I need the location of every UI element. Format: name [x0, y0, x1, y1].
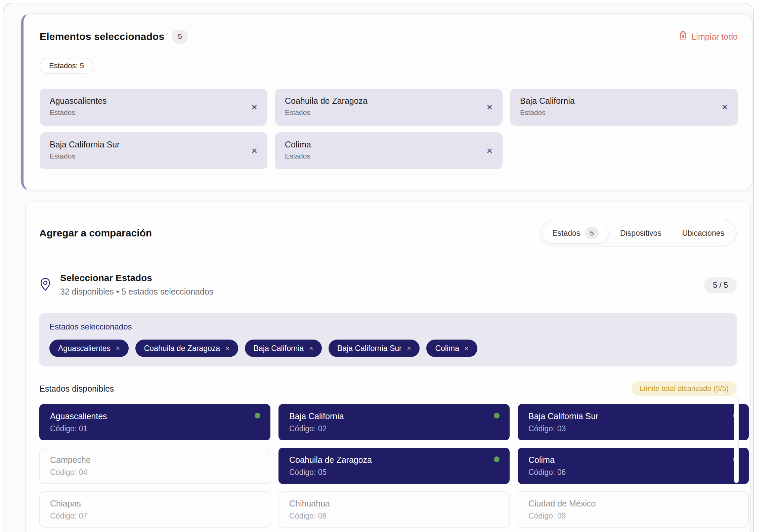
selected-indicator-dot [494, 413, 500, 418]
tab-label: Dispositivos [620, 229, 661, 238]
selected-item-type: Estados [50, 108, 241, 117]
remove-state-icon[interactable]: × [465, 345, 469, 352]
available-states-label: Estados disponibles [39, 384, 114, 394]
selected-state-chip[interactable]: Baja California × [245, 340, 322, 357]
selected-item-name: Aguascalientes [50, 96, 241, 106]
tab-label: Estados [552, 229, 580, 238]
selected-state-chip-label: Colima [435, 344, 459, 353]
selected-states-chips: Aguascalientes × Coahuila de Zaragoza × … [49, 340, 727, 357]
selector-subtitle: 32 disponibles • 5 estados seleccionados [60, 287, 213, 297]
available-states-header: Estados disponibles Límite total alcanza… [39, 381, 737, 396]
remove-state-icon[interactable]: × [309, 345, 313, 352]
selected-elements-panel: Elementos seleccionados 5 Limpiar todo E… [21, 13, 752, 190]
state-card[interactable]: Ciudad de México Código: 09 [518, 491, 749, 528]
tab-count-badge: 5 [585, 227, 599, 239]
tab-ubicaciones[interactable]: Ubicaciones [673, 225, 734, 242]
page-title: Elementos seleccionados [40, 31, 164, 42]
state-card-code: Código: 08 [289, 512, 489, 521]
state-card-code: Código: 02 [289, 424, 489, 433]
state-card-name: Colima [528, 455, 728, 465]
state-card[interactable]: Colima Código: 06 [518, 448, 749, 484]
remove-state-icon[interactable]: × [225, 345, 229, 352]
selected-item-chip: Coahuila de Zaragoza Estados × [275, 89, 503, 126]
clear-all-button[interactable]: Limpiar todo [679, 31, 738, 42]
selected-item-name: Coahuila de Zaragoza [285, 96, 476, 106]
selected-state-chip-label: Baja California Sur [337, 344, 402, 353]
state-card-name: Baja California Sur [528, 411, 728, 421]
states-grid-scrollbar[interactable] [734, 396, 739, 483]
limit-reached-badge: Límite total alcanzado (5/5) [632, 381, 737, 396]
selected-state-chip-label: Baja California [254, 344, 304, 353]
state-card-name: Ciudad de México [528, 499, 728, 508]
selected-panel-header: Elementos seleccionados 5 Limpiar todo [40, 30, 738, 44]
selected-item-type: Estados [50, 152, 241, 160]
selected-states-label: Estados seleccionados [49, 322, 727, 331]
state-card[interactable]: Chihuahua Código: 08 [278, 491, 510, 528]
state-card-name: Baja California [289, 411, 489, 421]
selection-counter-badge: 5 / 5 [704, 277, 737, 293]
group-filter-chip: Estados: 5 [40, 58, 93, 74]
remove-item-button[interactable]: × [251, 146, 257, 156]
state-card-code: Código: 03 [528, 424, 728, 433]
state-card-code: Código: 05 [289, 468, 489, 477]
state-card-code: Código: 09 [528, 512, 728, 521]
available-states-grid: Aguascalientes Código: 01 Baja Californi… [39, 404, 749, 532]
selector-row: Seleccionar Estados 32 disponibles • 5 e… [39, 273, 737, 297]
clear-all-label: Limpiar todo [691, 32, 738, 42]
state-card[interactable]: Chiapas Código: 07 [39, 491, 270, 528]
state-card[interactable]: Coahuila de Zaragoza Código: 05 [278, 448, 510, 484]
selected-state-chip-label: Coahuila de Zaragoza [144, 344, 220, 353]
state-card[interactable]: Baja California Sur Código: 03 [518, 404, 749, 440]
selected-item-name: Colima [285, 140, 476, 149]
state-card-name: Aguascalientes [50, 411, 250, 421]
selected-item-type: Estados [285, 108, 476, 117]
add-panel-header: Agregar a comparación Estados 5 Disposit… [39, 220, 737, 247]
add-panel-title: Agregar a comparación [39, 227, 152, 239]
selected-item-chip: Colima Estados × [275, 132, 503, 169]
remove-item-button[interactable]: × [251, 102, 257, 112]
selected-count-badge: 5 [172, 30, 188, 44]
state-card[interactable]: Baja California Código: 02 [278, 404, 510, 440]
remove-item-button[interactable]: × [486, 146, 492, 156]
remove-item-button[interactable]: × [722, 102, 728, 112]
map-pin-icon [39, 277, 51, 293]
state-card[interactable]: Aguascalientes Código: 01 [39, 404, 270, 440]
trash-icon [679, 31, 687, 42]
selector-title: Seleccionar Estados [60, 273, 213, 283]
state-card-name: Chihuahua [289, 499, 489, 508]
selected-state-chip-label: Aguascalientes [58, 344, 111, 353]
selected-indicator-dot [255, 413, 260, 418]
state-card[interactable]: Campeche Código: 04 [39, 448, 270, 484]
state-card-code: Código: 06 [528, 468, 728, 477]
add-comparison-panel: Agregar a comparación Estados 5 Disposit… [25, 202, 751, 532]
remove-state-icon[interactable]: × [407, 345, 411, 352]
state-card-name: Campeche [50, 455, 250, 465]
state-card-code: Código: 07 [50, 512, 250, 521]
comparison-page: Elementos seleccionados 5 Limpiar todo E… [0, 0, 776, 532]
state-card-name: Chiapas [50, 499, 250, 508]
selected-item-name: Baja California [520, 96, 711, 106]
selected-item-type: Estados [285, 152, 476, 160]
tab-estados[interactable]: Estados 5 [543, 223, 609, 243]
state-card-code: Código: 01 [50, 424, 250, 433]
remove-item-button[interactable]: × [486, 102, 492, 112]
selected-state-chip[interactable]: Baja California Sur × [329, 340, 420, 357]
selected-item-chip: Baja California Estados × [510, 89, 738, 126]
tab-dispositivos[interactable]: Dispositivos [611, 225, 671, 242]
selected-item-chip: Baja California Sur Estados × [40, 132, 267, 169]
selected-indicator-dot [494, 456, 500, 462]
state-card-code: Código: 04 [50, 468, 250, 477]
selected-states-box: Estados seleccionados Aguascalientes × C… [39, 313, 737, 366]
tab-label: Ubicaciones [682, 229, 724, 238]
selected-items-grid: Aguascalientes Estados × Coahuila de Zar… [40, 89, 738, 169]
selected-item-chip: Aguascalientes Estados × [40, 89, 267, 126]
selected-state-chip[interactable]: Colima × [426, 340, 477, 357]
remove-state-icon[interactable]: × [116, 345, 120, 352]
selected-item-name: Baja California Sur [50, 140, 241, 149]
category-tabs: Estados 5 Dispositivos Ubicaciones [540, 220, 737, 247]
selected-item-type: Estados [520, 108, 711, 117]
selected-state-chip[interactable]: Coahuila de Zaragoza × [135, 340, 238, 357]
selected-state-chip[interactable]: Aguascalientes × [49, 340, 129, 357]
state-card-name: Coahuila de Zaragoza [289, 455, 489, 465]
